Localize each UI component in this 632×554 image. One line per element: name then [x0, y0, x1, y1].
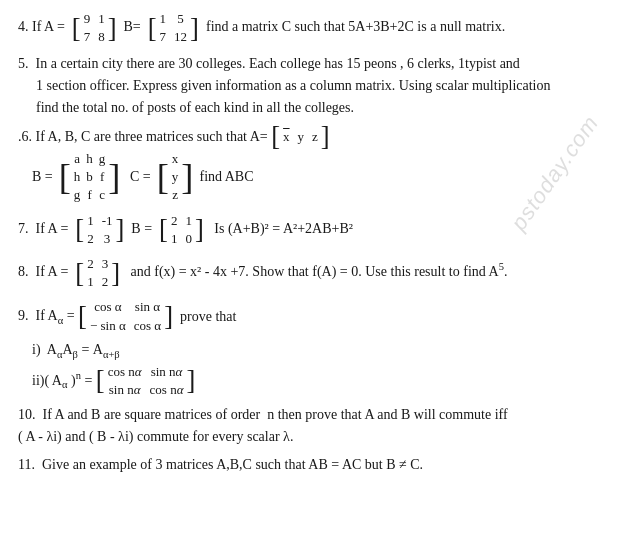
prob8-matA: [ 23 12 ]	[75, 255, 120, 291]
prob10-line2: ( A - λi) and ( B - λi) commute for ever…	[18, 426, 614, 448]
prob6-matB: [ ahg hbf gfc ]	[59, 150, 121, 205]
prob8-text: and f(x) = x² - 4x +7. Show that f(A) = …	[124, 264, 508, 279]
bracket-right: ]	[190, 17, 199, 40]
bracket-left: [	[72, 17, 81, 40]
prob10-line1: 10. If A and B are square matrices of or…	[18, 404, 614, 426]
problem-8: 8. If A = [ 23 12 ] and f(x) = x² - 4x +…	[18, 255, 614, 291]
problem-7: 7. If A = [ 1-1 23 ] B = [ 21 10 ] Is (A…	[18, 212, 614, 248]
problem-10: 10. If A and B are square matrices of or…	[18, 404, 614, 447]
matrix-inner: 91 78	[81, 10, 108, 46]
prob4-text: find a matrix C such that 5A+3B+2C is a …	[202, 19, 505, 34]
prob4-matB: [ 15 712 ]	[148, 10, 199, 46]
prob9-prove: prove that	[173, 306, 236, 328]
problem-4: 4. If A = [ 91 78 ] B= [ 15 712 ] find a…	[18, 10, 614, 46]
prob7-matB: [ 21 10 ]	[159, 212, 204, 248]
prob5-line2: 1 section officer. Express given informa…	[36, 75, 614, 97]
problem-9ii: ii)( Aα )n = [ cos nαsin nα sin nαcos nα…	[32, 363, 614, 399]
prob7-text: Is (A+B)² = A²+2AB+B²	[207, 221, 353, 236]
prob5-line3: find the total no. of posts of each kind…	[36, 97, 614, 119]
prob7-matA: [ 1-1 23 ]	[75, 212, 124, 248]
problem-11: 11. Give an example of 3 matrices A,B,C …	[18, 454, 614, 476]
problem-9: 9. If Aα = [ cos αsin α − sin αcos α ] p…	[18, 298, 614, 334]
bracket-right: ]	[108, 17, 117, 40]
prob4-matA: [ 91 78 ]	[72, 10, 117, 46]
prob9-matA: [ cos αsin α − sin αcos α ]	[78, 298, 173, 334]
prob9ii-mat: [ cos nαsin nα sin nαcos nα ]	[96, 363, 196, 399]
prob4-num: 4. If A =	[18, 19, 68, 34]
prob5-line1: 5. In a certain city there are 30 colleg…	[18, 53, 614, 75]
problem-6: .6. If A, B, C are three matrices such t…	[18, 125, 614, 204]
prob6-matC: [ x y z ]	[157, 150, 194, 205]
prob6-top: .6. If A, B, C are three matrices such t…	[18, 125, 614, 148]
page: pstoday.com 4. If A = [ 91 78 ] B= [ 15 …	[0, 0, 632, 493]
problem-5: 5. In a certain city there are 30 colleg…	[18, 53, 614, 118]
problem-9i: i) AαAβ = Aα+β	[32, 342, 614, 360]
prob6-matrices: B = [ ahg hbf gfc ] C = [ x y z ]	[18, 150, 614, 205]
prob6-matA: [ x y z ]	[271, 125, 330, 148]
matrix-inner: 15 712	[157, 10, 191, 46]
bracket-left: [	[148, 17, 157, 40]
